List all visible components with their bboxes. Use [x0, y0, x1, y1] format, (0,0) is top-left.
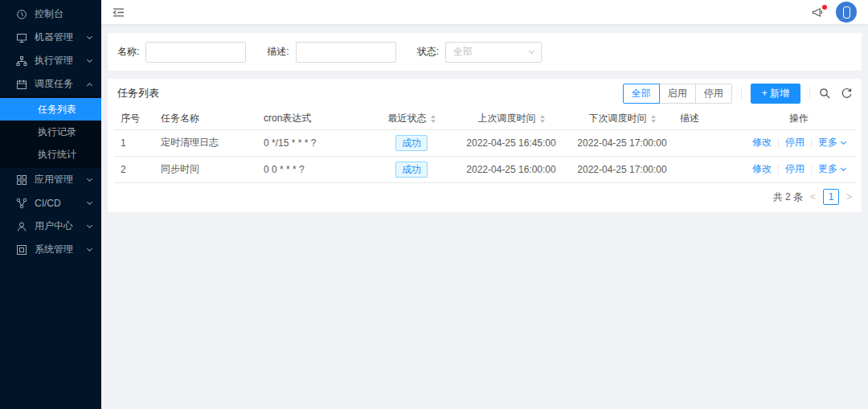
more-link[interactable]: 更多 — [818, 162, 845, 176]
segment-all-button[interactable]: 全部 — [623, 84, 660, 104]
table-row: 1 定时清理日志 0 */15 * * * ? 成功 2022-04-25 16… — [114, 129, 855, 156]
menu-fold-icon[interactable] — [113, 6, 125, 18]
sidebar-item-user-center[interactable]: 用户中心 — [0, 215, 101, 238]
cell-operations: 修改停用更多 — [743, 156, 855, 182]
disable-link[interactable]: 停用 — [785, 162, 805, 176]
prev-page-icon[interactable]: < — [810, 192, 816, 202]
sidebar-item-label: 执行管理 — [35, 54, 88, 67]
cell-last-time: 2022-04-25 16:45:00 — [452, 129, 571, 156]
cell-task-name: 同步时间 — [154, 156, 257, 182]
segment-enabled-button[interactable]: 启用 — [659, 84, 696, 104]
desc-filter-label: 描述: — [267, 45, 289, 59]
deployment-icon — [16, 198, 27, 209]
divider — [811, 165, 812, 174]
refresh-icon[interactable] — [841, 88, 852, 99]
segment-disabled-button[interactable]: 停用 — [695, 84, 732, 104]
chevron-down-icon — [87, 175, 92, 181]
content-area: 名称: 描述: 状态: 全部 任务列表 全部 — [101, 24, 868, 409]
cell-cron: 0 0 * * * ? — [257, 156, 371, 182]
col-header-next-time[interactable]: 下次调度时间 — [571, 108, 674, 129]
disable-link[interactable]: 停用 — [785, 136, 805, 149]
sidebar-item-applications[interactable]: 应用管理 — [0, 168, 101, 191]
status-filter-label: 状态: — [417, 45, 439, 59]
calendar-icon — [16, 79, 27, 90]
current-page-button[interactable]: 1 — [823, 189, 839, 205]
sort-icon[interactable] — [651, 115, 656, 123]
table-row: 2 同步时间 0 0 * * * ? 成功 2022-04-25 16:00:0… — [114, 156, 855, 182]
col-header-status[interactable]: 最近状态 — [371, 108, 452, 129]
cell-index: 2 — [114, 156, 154, 182]
cell-next-time: 2022-04-25 17:00:00 — [571, 156, 674, 182]
task-list-panel: 任务列表 全部 启用 停用 + 新增 — [108, 79, 862, 212]
chevron-down-icon — [87, 33, 92, 39]
pagination-total: 共 2 条 — [773, 190, 803, 204]
chevron-down-icon — [841, 166, 846, 171]
add-task-button[interactable]: + 新增 — [751, 84, 800, 104]
status-badge: 成功 — [395, 162, 428, 178]
next-page-icon[interactable]: > — [846, 192, 852, 202]
filter-desc-group: 描述: — [267, 42, 395, 63]
sidebar-item-machines[interactable]: 机器管理 — [0, 26, 101, 49]
sidebar-item-execution-stats[interactable]: 执行统计 — [0, 143, 101, 166]
edit-link[interactable]: 修改 — [752, 162, 772, 176]
search-icon[interactable] — [819, 88, 830, 99]
more-link[interactable]: 更多 — [818, 136, 845, 149]
sidebar-submenu: 任务列表 执行记录 执行统计 — [0, 96, 101, 168]
sidebar-item-label: 控制台 — [35, 7, 92, 21]
col-header-index: 序号 — [114, 108, 154, 129]
task-table: 序号 任务名称 cron表达式 最近状态 上次调度时间 下次调度时间 描述 操作… — [114, 108, 855, 183]
col-header-cron: cron表达式 — [257, 108, 371, 129]
sidebar-item-label: 机器管理 — [35, 31, 88, 44]
status-badge: 成功 — [395, 135, 428, 151]
chevron-down-icon — [87, 198, 92, 204]
filter-name-group: 名称: — [117, 42, 246, 63]
divider — [778, 138, 779, 148]
status-segment-group: 全部 启用 停用 — [623, 84, 732, 104]
chevron-down-icon — [87, 245, 92, 251]
sidebar-item-console[interactable]: 控制台 — [0, 2, 101, 26]
sidebar-item-cicd[interactable]: CI/CD — [0, 191, 101, 215]
desc-filter-input[interactable] — [296, 42, 396, 63]
cell-task-name: 定时清理日志 — [154, 129, 257, 156]
dashboard-icon — [16, 9, 27, 20]
col-header-operations: 操作 — [743, 108, 855, 129]
top-bar — [101, 0, 868, 24]
sidebar-item-scheduled-tasks[interactable]: 调度任务 — [0, 72, 101, 96]
cluster-icon — [16, 55, 27, 67]
sidebar-item-label: 用户中心 — [35, 219, 88, 233]
cell-last-time: 2022-04-25 16:00:00 — [452, 156, 571, 182]
status-filter-value: 全部 — [453, 45, 473, 59]
notification-badge-dot — [822, 5, 827, 10]
name-filter-input[interactable] — [145, 42, 246, 63]
sidebar-item-label: 调度任务 — [35, 77, 88, 91]
cell-desc — [674, 156, 743, 182]
cell-next-time: 2022-04-25 17:00:00 — [571, 129, 674, 156]
user-icon — [16, 221, 27, 232]
divider — [778, 165, 779, 174]
chevron-up-icon — [87, 82, 92, 88]
sidebar-item-label: CI/CD — [35, 198, 88, 209]
notification-icon[interactable] — [811, 6, 825, 18]
sidebar-item-label: 系统管理 — [35, 243, 88, 256]
divider — [811, 138, 812, 148]
sidebar-item-execution-records[interactable]: 执行记录 — [0, 121, 101, 143]
cell-operations: 修改停用更多 — [743, 129, 855, 156]
sidebar-item-system[interactable]: 系统管理 — [0, 238, 101, 261]
cell-cron: 0 */15 * * * ? — [257, 129, 371, 156]
col-header-last-time[interactable]: 上次调度时间 — [452, 108, 571, 129]
appstore-icon — [16, 174, 27, 186]
chevron-down-icon — [87, 222, 92, 227]
sidebar-item-execution[interactable]: 执行管理 — [0, 49, 101, 72]
filter-status-group: 状态: 全部 — [417, 42, 542, 63]
sort-icon[interactable] — [540, 115, 545, 123]
sort-icon[interactable] — [431, 115, 436, 123]
chevron-down-icon — [841, 139, 846, 145]
sidebar: 控制台 机器管理 执行管理 调度任务 任务列表 执行记录 执行统计 应用管理 — [0, 0, 101, 409]
filter-bar: 名称: 描述: 状态: 全部 — [108, 33, 862, 71]
edit-link[interactable]: 修改 — [752, 136, 772, 149]
status-filter-select[interactable]: 全部 — [445, 42, 542, 63]
sidebar-item-task-list[interactable]: 任务列表 — [0, 98, 101, 121]
panel-title: 任务列表 — [117, 86, 159, 100]
panel-header: 任务列表 全部 启用 停用 + 新增 — [114, 79, 855, 108]
avatar[interactable] — [836, 2, 857, 22]
